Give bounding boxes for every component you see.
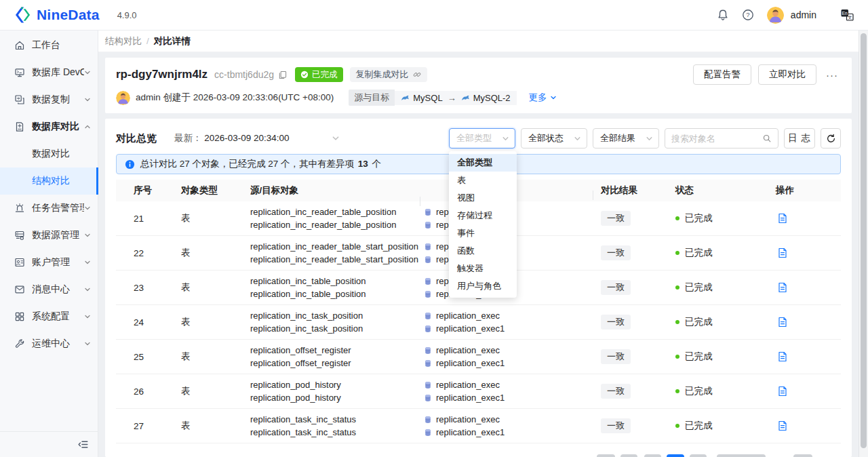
dropdown-option-table[interactable]: 表	[449, 172, 517, 189]
sidebar-item-data-replication[interactable]: 数据复制	[0, 86, 98, 113]
pagination-page-button-active[interactable]	[667, 454, 684, 457]
dropdown-option-all-types[interactable]: 全部类型	[449, 154, 517, 172]
target-object-name: replication_task_inc_status	[250, 426, 420, 439]
source-target-chip: 源与目标 MySQL → MySQL-2	[349, 90, 516, 106]
sidebar-item-database-devops[interactable]: 数据库 DevOps	[0, 59, 98, 86]
pagination-next-button[interactable]	[690, 454, 707, 457]
result-filter-value: 全部结果	[600, 132, 635, 144]
object-search-input[interactable]	[671, 134, 762, 144]
cell-no: 26	[116, 386, 181, 397]
dropdown-option-view[interactable]: 视图	[449, 189, 517, 207]
target-object-name: replication_offset_register	[250, 357, 420, 370]
cell-result: 一致	[593, 418, 667, 433]
cell-databases: replication_exec replication_exec1	[420, 413, 593, 439]
scrollbar-thumb[interactable]	[861, 33, 867, 448]
view-detail-file-icon[interactable]	[778, 282, 787, 293]
database-icon	[425, 359, 431, 367]
history-select-chevron-icon[interactable]	[332, 134, 340, 142]
view-detail-file-icon[interactable]	[778, 247, 787, 258]
view-detail-file-icon[interactable]	[778, 386, 787, 397]
cell-object-names: replication_pod_history replication_pod_…	[250, 378, 420, 404]
view-detail-file-icon[interactable]	[778, 420, 787, 431]
dropdown-option-stored-procedure[interactable]: 存储过程	[449, 207, 517, 224]
ninedata-logo-icon	[14, 6, 31, 24]
col-header-no: 序号	[116, 184, 181, 197]
cell-no: 25	[116, 352, 181, 362]
help-icon[interactable]	[742, 9, 754, 21]
check-circle-icon	[300, 71, 309, 79]
copy-icon[interactable]	[278, 71, 287, 79]
sidebar-item-ops-center[interactable]: 运维中心	[0, 330, 98, 357]
object-search-box	[665, 128, 778, 148]
result-tag: 一致	[601, 245, 631, 260]
status-dot	[675, 320, 679, 324]
view-detail-file-icon[interactable]	[778, 317, 787, 327]
sidebar-item-data-compare[interactable]: 数据对比	[0, 140, 98, 167]
search-icon[interactable]	[762, 134, 772, 143]
breadcrumb-current: 对比详情	[154, 35, 191, 47]
log-button[interactable]: 日 志	[784, 128, 815, 148]
cell-databases: replication_exec replication_exec1	[420, 344, 593, 370]
source-object-name: replication_inc_task_position	[250, 309, 420, 322]
pagination-prev-button[interactable]	[597, 454, 615, 457]
sidebar-item-account-management[interactable]: 账户管理	[0, 249, 98, 276]
cell-status: 已完成	[667, 212, 766, 224]
scrollbar-track[interactable]	[859, 31, 868, 457]
status-filter-select[interactable]: 全部状态	[521, 128, 587, 148]
pagination-page-button[interactable]	[620, 454, 637, 457]
cell-action	[766, 420, 840, 431]
compare-now-button[interactable]: 立即对比	[758, 64, 816, 85]
database-icon	[425, 256, 431, 264]
source-datasource[interactable]: MySQL	[413, 93, 442, 103]
breadcrumb: 结构对比 / 对比详情	[98, 31, 859, 52]
pagination-page-size-select[interactable]	[717, 454, 766, 457]
language-switch-icon[interactable]	[840, 8, 854, 22]
target-datasource[interactable]: MySQL-2	[473, 93, 511, 103]
database-icon	[425, 394, 431, 402]
database-icon	[425, 290, 431, 298]
sidebar-item-label: 消息中心	[32, 283, 84, 296]
grid-icon	[14, 311, 25, 322]
database-icon	[425, 277, 431, 285]
dropdown-option-event[interactable]: 事件	[449, 224, 517, 242]
dropdown-option-user-role[interactable]: 用户与角色	[449, 277, 517, 295]
monitor-icon	[14, 67, 25, 78]
pagination-page-button[interactable]	[644, 454, 661, 457]
database-icon	[425, 312, 431, 320]
refresh-button[interactable]	[821, 128, 841, 148]
mysql-icon	[401, 94, 410, 102]
datasource-icon	[14, 230, 25, 241]
notification-bell-icon[interactable]	[717, 9, 729, 21]
target-object-name: replication_inc_task_position	[250, 322, 420, 335]
configure-alert-button[interactable]: 配置告警	[693, 64, 751, 85]
username-label[interactable]: admin	[791, 9, 816, 20]
result-filter-select[interactable]: 全部结果	[593, 128, 659, 148]
user-avatar[interactable]	[767, 7, 784, 24]
sidebar-item-datasource-management[interactable]: 数据源管理	[0, 222, 98, 249]
sidebar-item-message-center[interactable]: 消息中心	[0, 276, 98, 303]
brand-logo[interactable]: NineData	[14, 6, 100, 24]
cell-result: 一致	[593, 245, 667, 260]
sidebar-item-task-alert-management[interactable]: 任务告警管理	[0, 195, 98, 222]
database-icon	[425, 325, 431, 333]
target-db-name: replication_exec1	[436, 357, 505, 370]
sidebar-item-system-config[interactable]: 系统配置	[0, 303, 98, 330]
dropdown-option-function[interactable]: 函数	[449, 242, 517, 260]
breadcrumb-parent[interactable]: 结构对比	[105, 35, 142, 47]
dropdown-option-trigger[interactable]: 触发器	[449, 260, 517, 277]
sidebar-item-label: 数据库对比	[32, 121, 84, 133]
sidebar-item-database-compare[interactable]: 数据库对比	[0, 113, 98, 140]
more-details-link[interactable]: 更多	[529, 92, 557, 104]
type-filter-select[interactable]: 全部类型	[449, 128, 515, 148]
view-detail-file-icon[interactable]	[778, 213, 787, 224]
view-detail-file-icon[interactable]	[778, 351, 787, 362]
cell-object-type: 表	[181, 316, 250, 328]
collapse-sidebar-icon[interactable]	[77, 439, 89, 450]
link-icon[interactable]	[413, 71, 421, 79]
sidebar-item-workbench[interactable]: 工作台	[0, 32, 98, 59]
pagination-jump-input[interactable]	[793, 454, 812, 457]
sidebar-item-structure-compare[interactable]: 结构对比	[0, 167, 98, 195]
replication-icon	[14, 94, 25, 105]
col-header-object-type: 对象类型	[181, 184, 250, 197]
more-actions-button[interactable]: ···	[823, 69, 841, 81]
